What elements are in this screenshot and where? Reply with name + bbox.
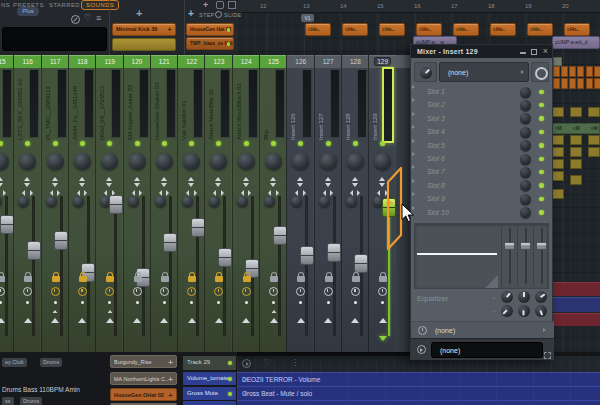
tag-chip[interactable]: Drums bbox=[20, 397, 42, 405]
browser-sound-item[interactable]: Minimal Kick 36 + bbox=[112, 23, 176, 36]
fader-handle[interactable] bbox=[54, 231, 68, 250]
mixer-channel-118[interactable]: 118AA44_Fx__3411348 bbox=[68, 55, 96, 352]
display-slider-1[interactable] bbox=[501, 226, 516, 286]
slider-handle[interactable] bbox=[504, 242, 515, 250]
clock-icon[interactable] bbox=[133, 287, 142, 296]
pattern-block-orange[interactable] bbox=[594, 66, 600, 77]
slide-toggle-label[interactable]: SLIDE bbox=[224, 12, 241, 18]
fader-track[interactable] bbox=[60, 196, 63, 336]
mixer-channel-122[interactable]: 122Volt SatRim 01 bbox=[177, 55, 205, 352]
lock-icon[interactable] bbox=[352, 276, 360, 282]
eq-knob-level-3[interactable] bbox=[535, 291, 547, 303]
stereo-knob[interactable] bbox=[210, 153, 227, 170]
pattern-block-olive[interactable] bbox=[570, 147, 582, 157]
route-arrow[interactable] bbox=[106, 318, 114, 323]
slot-mix-knob[interactable] bbox=[520, 127, 531, 138]
pattern-clip-hat[interactable]: ≡Ho.. bbox=[342, 23, 368, 36]
route-arrow[interactable] bbox=[297, 318, 305, 323]
route-arrow[interactable] bbox=[379, 318, 387, 323]
menu-icon[interactable]: ≡ bbox=[96, 14, 101, 22]
pattern-block-orange[interactable] bbox=[594, 78, 600, 89]
channel-led[interactable] bbox=[189, 141, 194, 146]
slider-handle[interactable] bbox=[536, 242, 547, 250]
fx-slot-8[interactable]: Slot 8 bbox=[412, 179, 553, 192]
tab-starred[interactable]: STARRED bbox=[49, 2, 80, 8]
pan-knob[interactable] bbox=[319, 196, 330, 207]
lock-icon[interactable] bbox=[297, 276, 305, 282]
display-slider-2[interactable] bbox=[517, 226, 532, 286]
clock-icon[interactable] bbox=[78, 287, 87, 296]
panel-title-bar[interactable]: Mixer - Insert 129 × bbox=[411, 45, 552, 58]
minimize-icon[interactable] bbox=[520, 52, 526, 54]
eq-knob-freq-1[interactable] bbox=[501, 305, 513, 317]
mixer-channel-119[interactable]: 119RGM_04__2726533 bbox=[95, 55, 123, 352]
pattern-clip-hat[interactable]: ≡Ho.. bbox=[490, 23, 516, 36]
lock-icon[interactable] bbox=[243, 276, 251, 282]
move-cross-icon[interactable]: + bbox=[136, 8, 142, 18]
fader-track[interactable] bbox=[32, 196, 35, 336]
slot-mix-knob[interactable] bbox=[520, 87, 531, 98]
browser-item-name[interactable]: Drums Bass 110BPM Amin bbox=[2, 386, 80, 393]
fader-handle[interactable] bbox=[109, 195, 123, 214]
mixer-channel-126[interactable]: 126Insert 126 bbox=[286, 55, 314, 352]
channel-led[interactable] bbox=[216, 141, 221, 146]
lock-icon[interactable] bbox=[270, 276, 278, 282]
add-icon[interactable]: + bbox=[167, 26, 172, 34]
stereo-knob[interactable] bbox=[19, 153, 36, 170]
route-arrow[interactable] bbox=[242, 318, 250, 323]
channel-led[interactable] bbox=[244, 141, 249, 146]
slot-mix-knob[interactable] bbox=[520, 113, 531, 124]
pan-knob[interactable] bbox=[46, 196, 57, 207]
mixer-channel-127[interactable]: 127Insert 127 bbox=[314, 55, 342, 352]
pattern-block-olive[interactable] bbox=[570, 107, 582, 117]
channel-led[interactable] bbox=[271, 141, 276, 146]
pan-knob[interactable] bbox=[0, 196, 2, 207]
pattern-block-orange[interactable] bbox=[553, 66, 560, 77]
pattern-block-olive[interactable] bbox=[552, 159, 564, 169]
route-arrow[interactable] bbox=[351, 318, 359, 323]
fader-handle[interactable] bbox=[218, 248, 232, 267]
pan-knob[interactable] bbox=[346, 196, 357, 207]
fx-slot-10[interactable]: Slot 10 bbox=[412, 206, 553, 219]
stereo-knob[interactable] bbox=[320, 153, 337, 170]
pattern-block-olive[interactable] bbox=[588, 147, 600, 157]
mix-ring-icon[interactable] bbox=[535, 67, 548, 80]
mixer-channel-124[interactable]: 124Attack WoodBlock 01 bbox=[232, 55, 260, 352]
route-arrow[interactable] bbox=[0, 318, 5, 323]
fx-slot-5[interactable]: Slot 5 bbox=[412, 139, 553, 152]
sound-chip[interactable]: Burgundy_Rise+ bbox=[110, 355, 177, 368]
pattern-block-olive[interactable] bbox=[570, 175, 582, 185]
clock-icon[interactable] bbox=[296, 287, 305, 296]
channel-led[interactable] bbox=[326, 141, 331, 146]
route-arrow[interactable] bbox=[24, 318, 32, 323]
plugin-display[interactable] bbox=[414, 223, 549, 289]
track-header[interactable]: Gross Mute bbox=[183, 387, 236, 401]
pattern-block-olive[interactable] bbox=[570, 135, 582, 145]
fader-track[interactable] bbox=[142, 196, 145, 336]
pan-knob[interactable] bbox=[264, 196, 275, 207]
track-header[interactable]: Gross Mix bbox=[183, 401, 236, 405]
pattern-block-orange[interactable] bbox=[577, 66, 584, 77]
slot-mix-knob[interactable] bbox=[520, 194, 531, 205]
sound-chip[interactable]: HouseGen OHat 02+ bbox=[110, 388, 177, 401]
browser-sound-item[interactable]: TMP_Haze_ze Hall bbox=[186, 37, 234, 50]
pattern-block-olive[interactable] bbox=[552, 147, 564, 157]
channel-led[interactable] bbox=[80, 141, 85, 146]
pattern-clip-hat[interactable]: ≡Ho.. bbox=[564, 23, 590, 36]
lock-icon[interactable] bbox=[215, 276, 223, 282]
mixer-channel-115[interactable]: 115 bbox=[0, 55, 14, 352]
search-input[interactable] bbox=[2, 27, 107, 51]
output-selector[interactable]: (none) bbox=[431, 342, 543, 358]
detach-icon[interactable] bbox=[544, 352, 551, 359]
step-toggle-label[interactable]: STEP bbox=[199, 12, 215, 18]
fader-track[interactable] bbox=[169, 196, 172, 336]
tab-ns[interactable]: NS bbox=[1, 2, 10, 8]
fx-slot-3[interactable]: Slot 3 bbox=[412, 112, 553, 125]
move-icon[interactable]: + bbox=[168, 390, 173, 401]
clock-icon[interactable] bbox=[378, 287, 387, 296]
fader-handle[interactable] bbox=[27, 241, 41, 260]
pattern-row-red[interactable] bbox=[552, 282, 600, 296]
mixer-channel-128[interactable]: 128Insert 128 bbox=[341, 55, 369, 352]
stereo-knob[interactable] bbox=[238, 153, 255, 170]
tag-chip[interactable]: Drums bbox=[40, 358, 62, 367]
